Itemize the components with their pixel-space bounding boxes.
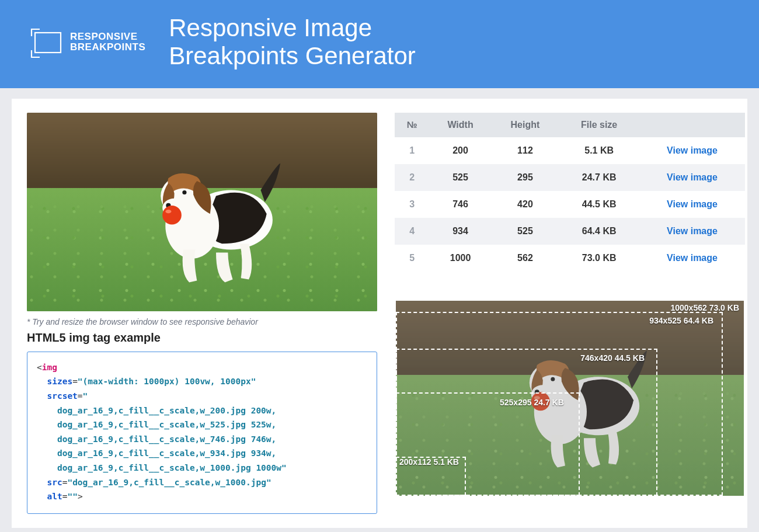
preview-image bbox=[27, 113, 377, 311]
resize-hint: * Try and resize the browser window to s… bbox=[27, 317, 377, 326]
view-image-link[interactable]: View image bbox=[667, 172, 718, 182]
logo-text: RESPONSIVE BREAKPOINTS bbox=[70, 32, 145, 53]
table-row: 493452564.4 KBView image bbox=[395, 218, 745, 245]
cell-width: 525 bbox=[430, 164, 492, 191]
col-height: Height bbox=[492, 113, 559, 137]
svg-point-6 bbox=[182, 190, 186, 194]
cell-number: 2 bbox=[395, 164, 430, 191]
col-filesize: File size bbox=[559, 113, 639, 137]
breakpoint-visualization: 1000x562 73.0 KB 934x525 64.4 KB 746x420… bbox=[395, 300, 745, 497]
cell-number: 1 bbox=[395, 137, 430, 164]
cell-filesize: 64.4 KB bbox=[559, 218, 639, 245]
table-row: 374642044.5 KBView image bbox=[395, 191, 745, 218]
view-image-link[interactable]: View image bbox=[667, 226, 718, 236]
logo-icon bbox=[29, 25, 64, 60]
breakpoints-table: № Width Height File size 12001125.1 KBVi… bbox=[395, 113, 745, 272]
cell-height: 420 bbox=[492, 191, 559, 218]
cell-height: 525 bbox=[492, 218, 559, 245]
view-image-link[interactable]: View image bbox=[667, 145, 718, 155]
cell-height: 562 bbox=[492, 245, 559, 272]
viz-label: 746x420 44.5 KB bbox=[580, 353, 645, 363]
viz-label: 1000x562 73.0 KB bbox=[670, 303, 739, 312]
table-row: 252529524.7 KBView image bbox=[395, 164, 745, 191]
svg-point-7 bbox=[162, 206, 182, 225]
view-image-link[interactable]: View image bbox=[667, 253, 718, 263]
cell-filesize: 5.1 KB bbox=[559, 137, 639, 164]
cell-width: 1000 bbox=[430, 245, 492, 272]
html-code-example: <img sizes="(max-width: 1000px) 100vw, 1… bbox=[27, 352, 377, 514]
col-number: № bbox=[395, 113, 430, 137]
table-row: 12001125.1 KBView image bbox=[395, 137, 745, 164]
table-row: 5100056273.0 KBView image bbox=[395, 245, 745, 272]
viz-label: 200x112 5.1 KB bbox=[399, 457, 459, 467]
cell-width: 200 bbox=[430, 137, 492, 164]
svg-point-8 bbox=[165, 210, 171, 213]
cell-filesize: 44.5 KB bbox=[559, 191, 639, 218]
main-content: * Try and resize the browser window to s… bbox=[12, 99, 747, 528]
cell-width: 746 bbox=[430, 191, 492, 218]
view-image-link[interactable]: View image bbox=[667, 199, 718, 209]
cell-height: 112 bbox=[492, 137, 559, 164]
app-header: RESPONSIVE BREAKPOINTS Responsive Image … bbox=[0, 0, 759, 88]
cell-number: 5 bbox=[395, 245, 430, 272]
viz-label: 934x525 64.4 KB bbox=[649, 316, 713, 325]
logo: RESPONSIVE BREAKPOINTS bbox=[29, 25, 145, 60]
cell-width: 934 bbox=[430, 218, 492, 245]
svg-rect-0 bbox=[35, 33, 61, 53]
cell-filesize: 73.0 KB bbox=[559, 245, 639, 272]
viz-label: 525x295 24.7 KB bbox=[500, 398, 564, 407]
cell-number: 4 bbox=[395, 218, 430, 245]
col-action bbox=[639, 113, 745, 137]
cell-filesize: 24.7 KB bbox=[559, 164, 639, 191]
code-section-title: HTML5 img tag example bbox=[27, 331, 377, 345]
col-width: Width bbox=[430, 113, 492, 137]
page-title: Responsive Image Breakpoints Generator bbox=[169, 14, 416, 71]
cell-height: 295 bbox=[492, 164, 559, 191]
cell-number: 3 bbox=[395, 191, 430, 218]
